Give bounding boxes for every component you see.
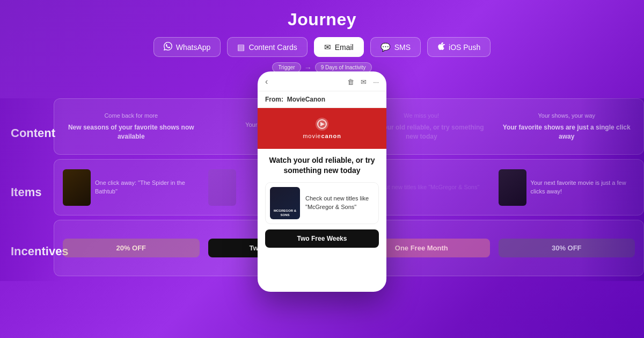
flow-arrow: → bbox=[304, 63, 312, 72]
from-name: MovieCanon bbox=[287, 96, 325, 103]
tab-content-cards-label: Content Cards bbox=[248, 43, 297, 52]
tab-whatsapp[interactable]: WhatsApp bbox=[153, 37, 221, 57]
trash-icon[interactable]: 🗑 bbox=[347, 78, 354, 86]
email-from-line: From: MovieCanon bbox=[258, 91, 386, 108]
content-cell-4: Your shows, your way Your favorite shows… bbox=[499, 112, 635, 141]
page-title: Journey bbox=[0, 0, 644, 30]
back-icon[interactable]: ‹ bbox=[265, 77, 268, 87]
content-sub-4: Your favorite shows are just a single cl… bbox=[499, 123, 635, 141]
sms-icon: 💬 bbox=[380, 42, 391, 52]
phone-header: ‹ 🗑 ✉ ··· bbox=[258, 71, 386, 91]
tab-email-label: Email bbox=[335, 43, 354, 52]
tab-sms-label: SMS bbox=[394, 43, 411, 52]
from-label: From: bbox=[265, 96, 283, 103]
item-text-1: One click away: "The Spider in the Batht… bbox=[95, 179, 200, 196]
email-cta-button[interactable]: Two Free Weeks bbox=[265, 229, 379, 248]
tab-sms[interactable]: 💬 SMS bbox=[370, 37, 421, 57]
incentive-pill-1: 20% OFF bbox=[63, 239, 200, 257]
email-item-description: Check out new titles like "McGregor & So… bbox=[305, 195, 374, 211]
incentive-pill-4: 30% OFF bbox=[499, 239, 635, 257]
tab-content-cards[interactable]: ▤ Content Cards bbox=[227, 37, 307, 57]
content-header-4: Your shows, your way bbox=[499, 112, 635, 120]
item-text-4: Your next favorite movie is just a few c… bbox=[531, 179, 635, 196]
moviecanon-logo-text: moviecanon bbox=[265, 133, 379, 139]
phone-action-icons: 🗑 ✉ ··· bbox=[347, 78, 379, 86]
email-item-card: MCGREGOR & SONS Check out new titles lik… bbox=[265, 182, 379, 224]
channel-tabs: WhatsApp ▤ Content Cards ✉ Email 💬 SMS i… bbox=[0, 37, 644, 57]
email-headline: Watch your old reliable, or try somethin… bbox=[258, 149, 386, 180]
tab-ios-push-label: iOS Push bbox=[449, 43, 480, 52]
tab-whatsapp-label: WhatsApp bbox=[176, 43, 211, 52]
item-card-1: One click away: "The Spider in the Batht… bbox=[63, 169, 200, 206]
item-thumb-2 bbox=[208, 169, 236, 206]
phone-mockup: ‹ 🗑 ✉ ··· From: MovieCanon moviecanon Wa… bbox=[258, 71, 386, 292]
content-cards-icon: ▤ bbox=[237, 42, 245, 52]
tab-email[interactable]: ✉ Email bbox=[314, 37, 364, 57]
content-sub-1: New seasons of your favorite shows now a… bbox=[63, 123, 200, 141]
item-thumb-4 bbox=[499, 169, 526, 206]
moviecanon-logo-icon bbox=[316, 118, 328, 131]
content-header-1: Come back for more bbox=[63, 112, 200, 120]
mail-icon: ✉ bbox=[361, 78, 367, 86]
main-content-area: Content Items Incentives Come back for m… bbox=[0, 77, 644, 303]
email-item-thumbnail: MCGREGOR & SONS bbox=[270, 187, 300, 219]
item-thumb-1 bbox=[63, 169, 91, 206]
apple-icon bbox=[437, 42, 445, 52]
more-icon[interactable]: ··· bbox=[373, 78, 379, 86]
email-hero-banner: moviecanon bbox=[258, 108, 386, 149]
email-item-thumb-text: MCGREGOR & SONS bbox=[270, 209, 300, 217]
email-icon: ✉ bbox=[324, 42, 331, 52]
item-card-4: Your next favorite movie is just a few c… bbox=[499, 169, 635, 206]
tab-ios-push[interactable]: iOS Push bbox=[427, 37, 491, 57]
content-cell-1: Come back for more New seasons of your f… bbox=[63, 112, 200, 141]
whatsapp-icon bbox=[164, 42, 172, 52]
